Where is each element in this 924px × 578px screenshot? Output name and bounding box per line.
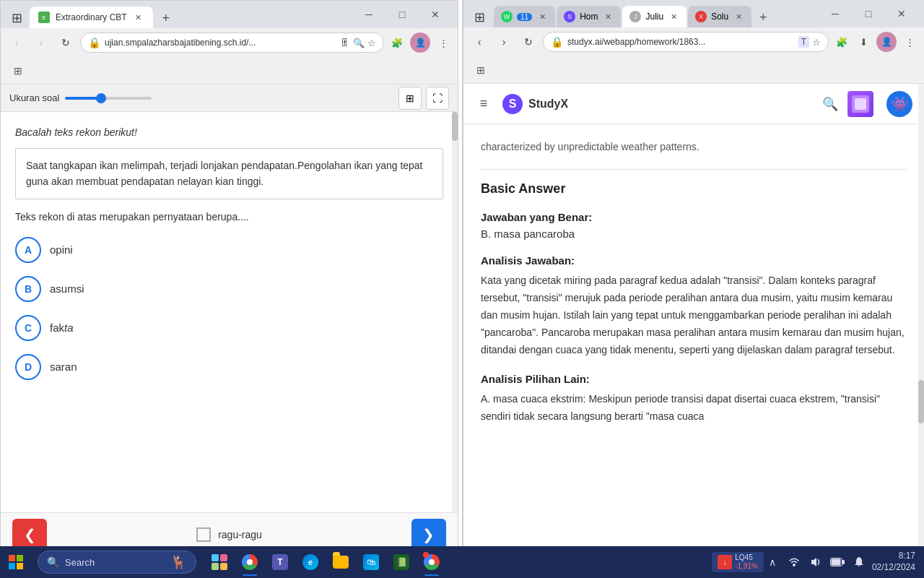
taskbar-widget-icon[interactable] <box>205 546 234 578</box>
next-btn[interactable]: ❯ <box>411 519 446 551</box>
right-profile-avatar[interactable]: 👤 <box>876 32 897 52</box>
right-extensions-icon[interactable]: 🧩 <box>833 33 850 51</box>
taskbar-search[interactable]: 🔍 Search 🦌 <box>38 551 196 574</box>
julius-tab-close[interactable]: ✕ <box>668 11 679 22</box>
extraordinary-cbt-tab[interactable]: E Extraordinary CBT ✕ <box>30 7 153 28</box>
right-grid-icon[interactable]: ⊞ <box>472 61 489 79</box>
question-text: Saat tangkapan ikan melimpah, terjadi lo… <box>26 160 423 187</box>
maximize-btn[interactable]: □ <box>385 1 419 28</box>
right-back-btn[interactable]: ‹ <box>469 32 489 52</box>
option-b[interactable]: B asumsi <box>15 276 443 302</box>
monster-emoji: 👾 <box>891 95 909 113</box>
left-scroll-bar[interactable] <box>452 112 458 512</box>
new-tab-btn[interactable]: + <box>156 8 176 28</box>
chrome-icon <box>242 554 258 570</box>
sound-icon[interactable] <box>807 553 824 571</box>
ragu-container: ragu-ragu <box>196 527 262 542</box>
studyx-search-btn[interactable]: 🔍 <box>821 95 839 113</box>
right-reload-btn[interactable]: ↻ <box>518 32 539 52</box>
right-maximize-btn[interactable]: □ <box>852 0 885 27</box>
correct-answer-value: B. masa pancaroba <box>481 228 907 240</box>
stock-widget[interactable]: ↓ LQ45 -1,91% <box>712 552 764 572</box>
profile-avatar[interactable]: 👤 <box>410 33 430 53</box>
right-browser: ⊞ W 11 ✕ S Hom ✕ J Juliu ✕ X Solu ✕ + ─ <box>462 0 924 578</box>
translate-icon[interactable]: T <box>798 36 809 48</box>
left-tab-bar: ⊞ E Extraordinary CBT ✕ + ─ □ ✕ <box>1 1 458 28</box>
home-tab-close[interactable]: ✕ <box>602 11 614 22</box>
right-bookmark-icon[interactable]: ☆ <box>812 37 821 48</box>
reload-btn[interactable]: ↻ <box>56 33 76 53</box>
right-scroll-bar[interactable] <box>918 84 924 578</box>
taskbar-clock[interactable]: 8:17 02/12/2024 <box>872 551 915 573</box>
svg-rect-8 <box>831 559 840 566</box>
left-grid-icon[interactable]: ⊞ <box>9 62 27 79</box>
whatsapp-tab-close[interactable]: ✕ <box>536 11 548 22</box>
close-btn[interactable]: ✕ <box>419 1 452 28</box>
right-scroll-thumb <box>918 380 924 423</box>
tune-icon[interactable]: 🎚 <box>340 37 350 48</box>
studyx-user-avatar[interactable] <box>847 91 873 117</box>
solu-tab[interactable]: X Solu ✕ <box>688 6 751 27</box>
folder-icon <box>333 556 349 569</box>
tab-close-btn[interactable]: ✕ <box>133 12 144 23</box>
home-tab[interactable]: S Hom ✕ <box>557 6 621 27</box>
system-tray-expand[interactable]: ∧ <box>764 553 781 571</box>
option-d[interactable]: D saran <box>15 354 443 380</box>
option-a[interactable]: A opini <box>15 237 443 263</box>
taskbar-search-icon: 🔍 <box>47 556 59 568</box>
battery-icon[interactable] <box>829 553 846 571</box>
right-minimize-btn[interactable]: ─ <box>819 0 852 27</box>
taskbar-chrome-left-icon[interactable] <box>235 546 264 578</box>
question-prompt: Teks rekon di atas merupakan pernyataan … <box>15 211 443 223</box>
taskbar-teams-icon[interactable]: T <box>266 546 295 578</box>
right-download-icon[interactable]: ⬇ <box>855 33 872 51</box>
slider-container <box>65 97 152 100</box>
extensions-icon[interactable]: 🧩 <box>388 34 406 51</box>
right-tab-bar: ⊞ W 11 ✕ S Hom ✕ J Juliu ✕ X Solu ✕ + ─ <box>463 0 924 27</box>
left-browser: ⊞ E Extraordinary CBT ✕ + ─ □ ✕ ‹ › ↻ 🔒 … <box>0 0 458 578</box>
size-slider[interactable] <box>65 97 152 100</box>
date-display: 02/12/2024 <box>872 562 915 574</box>
right-address-bar[interactable]: 🔒 studyx.ai/webapp/homework/1863... T ☆ <box>543 32 829 52</box>
julius-tab[interactable]: J Juliu ✕ <box>622 6 687 27</box>
option-c[interactable]: C fakta <box>15 315 443 341</box>
taskbar-chrome-right-icon[interactable] <box>417 546 446 578</box>
notebook-icon: 📗 <box>393 554 409 570</box>
taskbar-search-text: Search <box>65 557 95 568</box>
studyx-monster-avatar[interactable]: 👾 <box>886 91 912 117</box>
expand-btn[interactable]: ⛶ <box>426 87 449 110</box>
whatsapp-tab[interactable]: W 11 ✕ <box>494 6 555 27</box>
taskbar-app-icons: T e 🛍 📗 <box>205 546 446 578</box>
minimize-btn[interactable]: ─ <box>352 1 385 28</box>
right-menu-btn[interactable]: ⋮ <box>901 33 918 51</box>
zoom-icon[interactable]: 🔍 <box>353 38 365 48</box>
taskbar-folder-icon[interactable] <box>326 546 355 578</box>
address-bar[interactable]: 🔒 ujian.smpalazharsbajatibening.sch.id/.… <box>80 33 384 53</box>
taskbar-edge-icon[interactable]: e <box>296 546 325 578</box>
stock-value: -1,91% <box>735 562 758 571</box>
grid-view-btn[interactable]: ⊞ <box>398 87 422 110</box>
taskbar-store-icon[interactable]: 🛍 <box>357 546 385 578</box>
left-scroll-thumb <box>452 112 458 141</box>
other-analysis-section: Analisis Pilihan Lain: A. masa cuaca eks… <box>481 373 907 426</box>
ragu-checkbox[interactable] <box>196 527 211 542</box>
studyx-hamburger[interactable]: ≡ <box>475 95 492 113</box>
question-text-box: Saat tangkapan ikan melimpah, terjadi lo… <box>15 148 443 199</box>
analysis-section: Analisis Jawaban: Kata yang dicetak miri… <box>481 254 907 358</box>
right-close-btn[interactable]: ✕ <box>885 0 918 27</box>
tab-group-btn[interactable]: ⊞ <box>6 8 27 28</box>
next-icon: ❯ <box>422 526 435 543</box>
right-new-tab-btn[interactable]: + <box>753 7 773 27</box>
solu-tab-close[interactable]: ✕ <box>733 11 744 22</box>
network-icon[interactable] <box>785 553 803 571</box>
taskbar-notebook-icon[interactable]: 📗 <box>387 546 416 578</box>
start-btn[interactable] <box>0 546 32 578</box>
right-tab-group-btn[interactable]: ⊞ <box>469 7 489 27</box>
prev-btn[interactable]: ❮ <box>12 519 47 551</box>
notification-icon[interactable] <box>850 553 868 571</box>
edge-icon: e <box>302 554 318 570</box>
bookmark-icon[interactable]: ☆ <box>367 38 376 48</box>
right-forward-btn[interactable]: › <box>494 32 514 52</box>
menu-btn[interactable]: ⋮ <box>435 34 452 51</box>
right-address-text: studyx.ai/webapp/homework/1863... <box>567 37 794 47</box>
